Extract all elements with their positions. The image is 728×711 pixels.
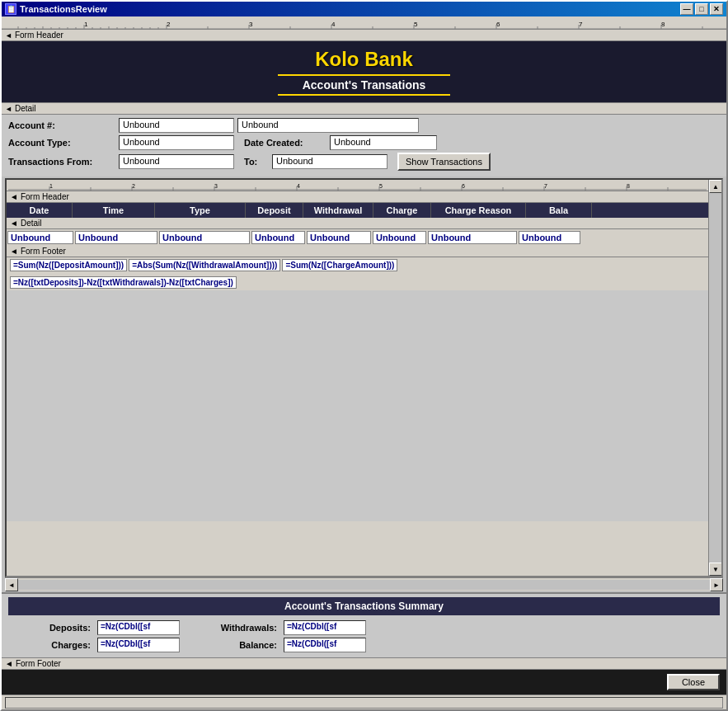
account-type-row: Account Type: Unbound Date Created: Unbo… [8, 135, 720, 150]
scroll-track [709, 193, 721, 563]
scroll-right-button[interactable]: ► [710, 578, 723, 591]
inner-form-header-section: ◄ Form Header Date Time Type Deposit Wit… [7, 191, 708, 218]
deposits-value[interactable]: =Nz(CDbl([sf [97, 620, 180, 635]
cell-date[interactable]: Unbound [7, 231, 73, 244]
formula-row-2: =Nz([txtDeposits])-Nz([txtWithdrawals])-… [7, 275, 708, 290]
title-bar: 📋 TransactionsReview — □ ✕ [2, 2, 726, 16]
svg-text:7: 7 [579, 21, 583, 28]
svg-text:1: 1 [49, 183, 53, 189]
form-footer-section: ◄ Form Footer Close [2, 657, 726, 695]
date-created-field[interactable]: Unbound [330, 135, 437, 150]
svg-text:6: 6 [462, 183, 465, 189]
col-header-type: Type [155, 203, 246, 218]
status-bar-dots [6, 698, 722, 708]
title-bar-buttons: — □ ✕ [680, 3, 723, 15]
inner-detail-label: ◄ Detail [7, 218, 708, 229]
scroll-down-button[interactable]: ▼ [709, 563, 722, 576]
app-icon: 📋 [5, 3, 16, 15]
bank-title: Kolo Bank [315, 48, 413, 71]
transactions-from-label: Transactions From: [8, 157, 115, 167]
col-header-date: Date [7, 203, 73, 218]
inner-footer-label: ◄ Form Footer [7, 246, 708, 257]
col-header-balance: Bala [526, 203, 592, 218]
header-banner: Kolo Bank Account's Transations [2, 41, 726, 102]
formula-balance-calc: =Nz([txtDeposits])-Nz([txtWithdrawals])-… [10, 276, 237, 289]
cell-withdrawal[interactable]: Unbound [307, 231, 371, 244]
svg-text:2: 2 [132, 183, 135, 189]
status-bar-inner [5, 697, 723, 709]
top-ruler: 1 2 3 4 5 6 7 8 [2, 16, 726, 30]
status-bar [2, 695, 726, 709]
svg-text:3: 3 [249, 21, 253, 28]
inner-footer-arrow: ◄ [10, 247, 18, 256]
account-number-label: Account #: [8, 120, 115, 130]
show-transactions-button[interactable]: Show Transactions [397, 153, 491, 171]
inner-detail-label-text: Detail [21, 219, 42, 228]
close-button[interactable]: Close [667, 674, 720, 690]
inner-footer-label-text: Form Footer [21, 247, 66, 256]
withdrawals-value[interactable]: =Nz(CDbl([sf [284, 620, 366, 635]
summary-title: Account's Transactions Summary [284, 600, 444, 612]
summary-fields: Deposits: =Nz(CDbl([sf Withdrawals: =Nz(… [8, 619, 720, 654]
cell-type[interactable]: Unbound [159, 231, 250, 244]
charges-value[interactable]: =Nz(CDbl([sf [97, 638, 180, 652]
form-subtitle: Account's Transations [278, 74, 451, 96]
col-header-charge: Charge [373, 203, 431, 218]
footer-content: Close [2, 670, 726, 695]
svg-text:3: 3 [214, 183, 218, 189]
cell-charge-reason[interactable]: Unbound [428, 231, 517, 244]
cell-time[interactable]: Unbound [75, 231, 157, 244]
summary-row-1: Deposits: =Nz(CDbl([sf Withdrawals: =Nz(… [25, 620, 703, 635]
svg-text:1: 1 [84, 21, 88, 28]
scroll-up-button[interactable]: ▲ [709, 180, 722, 193]
col-header-time: Time [73, 203, 155, 218]
inner-detail-arrow: ◄ [10, 219, 18, 228]
scroll-left-button[interactable]: ◄ [5, 578, 18, 591]
form-footer-label: ◄ Form Footer [2, 658, 726, 670]
date-created-label: Date Created: [244, 138, 326, 148]
formula-row-1: =Sum(Nz([DepositAmount])) =Abs(Sum(Nz([W… [7, 257, 708, 273]
cell-deposit[interactable]: Unbound [251, 231, 305, 244]
window-title: TransactionsReview [20, 4, 107, 14]
main-window: 📋 TransactionsReview — □ ✕ 1 2 3 4 5 6 7… [0, 0, 728, 711]
svg-text:5: 5 [414, 21, 418, 28]
main-form: ◄ Form Header Kolo Bank Account's Transa… [2, 30, 726, 695]
maximize-button[interactable]: □ [695, 3, 708, 15]
svg-text:6: 6 [496, 21, 500, 28]
summary-row-2: Charges: =Nz(CDbl([sf Balance: =Nz(CDbl(… [25, 638, 703, 652]
form-header-section: ◄ Form Header Kolo Bank Account's Transa… [2, 30, 726, 103]
minimize-button[interactable]: — [680, 3, 693, 15]
withdrawals-label: Withdrawals: [203, 623, 277, 633]
vertical-scrollbar: ▲ ▼ [708, 180, 721, 576]
col-header-withdrawal: Withdrawal [303, 203, 373, 218]
form-footer-label-text: Form Footer [16, 659, 61, 668]
transactions-from-field[interactable]: Unbound [119, 154, 234, 169]
svg-text:4: 4 [297, 183, 300, 189]
detail-section: ◄ Detail Account #: Unbound Unbound Acco… [2, 103, 726, 177]
empty-detail-space [7, 290, 708, 521]
account-number-field2[interactable]: Unbound [237, 118, 419, 133]
svg-rect-0 [2, 16, 726, 30]
balance-label: Balance: [203, 640, 277, 650]
svg-text:7: 7 [544, 183, 547, 189]
detail-section-label: ◄ Detail [2, 103, 726, 115]
inner-form-header-label: ◄ Form Header [7, 191, 708, 203]
to-field[interactable]: Unbound [272, 154, 387, 169]
to-label: To: [244, 157, 269, 167]
deposits-label: Deposits: [25, 623, 91, 633]
cell-charge[interactable]: Unbound [373, 231, 426, 244]
account-type-label: Account Type: [8, 138, 115, 148]
cell-balance[interactable]: Unbound [519, 231, 580, 244]
account-number-field[interactable]: Unbound [119, 118, 234, 133]
close-window-button[interactable]: ✕ [710, 3, 723, 15]
account-type-field[interactable]: Unbound [119, 135, 234, 150]
svg-text:8: 8 [661, 21, 665, 28]
account-number-row: Account #: Unbound Unbound [8, 118, 720, 133]
formula-withdrawals: =Abs(Sum(Nz([WithdrawalAmount]))) [129, 259, 280, 271]
subform-scroll-inner[interactable]: 1 2 3 4 5 6 7 8 [7, 180, 708, 576]
balance-value[interactable]: =Nz(CDbl([sf [284, 638, 366, 652]
summary-section: Account's Transactions Summary Deposits:… [2, 592, 726, 657]
footer-arrow: ◄ [5, 659, 13, 668]
inner-header-arrow: ◄ [10, 192, 18, 201]
table-header-row: Date Time Type Deposit Withdrawal Charge… [7, 203, 708, 218]
